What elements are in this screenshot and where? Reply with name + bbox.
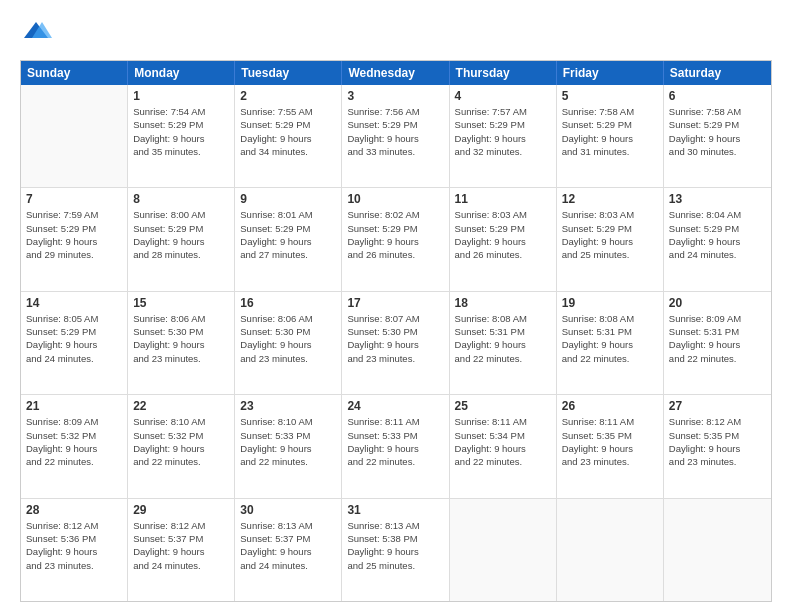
cal-cell: 2Sunrise: 7:55 AM Sunset: 5:29 PM Daylig… xyxy=(235,85,342,187)
day-number: 29 xyxy=(133,503,229,517)
cal-cell xyxy=(557,499,664,601)
cal-cell xyxy=(664,499,771,601)
cal-week-row: 1Sunrise: 7:54 AM Sunset: 5:29 PM Daylig… xyxy=(21,85,771,188)
day-number: 30 xyxy=(240,503,336,517)
day-number: 6 xyxy=(669,89,766,103)
day-info: Sunrise: 8:12 AM Sunset: 5:36 PM Dayligh… xyxy=(26,519,122,572)
day-number: 2 xyxy=(240,89,336,103)
day-number: 26 xyxy=(562,399,658,413)
calendar-body: 1Sunrise: 7:54 AM Sunset: 5:29 PM Daylig… xyxy=(21,85,771,601)
day-number: 24 xyxy=(347,399,443,413)
header xyxy=(20,18,772,50)
cal-header-cell: Wednesday xyxy=(342,61,449,85)
day-number: 12 xyxy=(562,192,658,206)
day-number: 20 xyxy=(669,296,766,310)
day-info: Sunrise: 8:04 AM Sunset: 5:29 PM Dayligh… xyxy=(669,208,766,261)
cal-week-row: 21Sunrise: 8:09 AM Sunset: 5:32 PM Dayli… xyxy=(21,395,771,498)
day-info: Sunrise: 8:06 AM Sunset: 5:30 PM Dayligh… xyxy=(133,312,229,365)
day-number: 7 xyxy=(26,192,122,206)
cal-cell: 28Sunrise: 8:12 AM Sunset: 5:36 PM Dayli… xyxy=(21,499,128,601)
cal-header-cell: Thursday xyxy=(450,61,557,85)
day-number: 13 xyxy=(669,192,766,206)
day-number: 23 xyxy=(240,399,336,413)
day-number: 9 xyxy=(240,192,336,206)
day-number: 5 xyxy=(562,89,658,103)
cal-cell: 15Sunrise: 8:06 AM Sunset: 5:30 PM Dayli… xyxy=(128,292,235,394)
day-number: 19 xyxy=(562,296,658,310)
cal-cell: 7Sunrise: 7:59 AM Sunset: 5:29 PM Daylig… xyxy=(21,188,128,290)
day-info: Sunrise: 8:11 AM Sunset: 5:33 PM Dayligh… xyxy=(347,415,443,468)
cal-cell: 24Sunrise: 8:11 AM Sunset: 5:33 PM Dayli… xyxy=(342,395,449,497)
cal-week-row: 28Sunrise: 8:12 AM Sunset: 5:36 PM Dayli… xyxy=(21,499,771,601)
day-info: Sunrise: 7:55 AM Sunset: 5:29 PM Dayligh… xyxy=(240,105,336,158)
cal-cell: 23Sunrise: 8:10 AM Sunset: 5:33 PM Dayli… xyxy=(235,395,342,497)
cal-cell: 4Sunrise: 7:57 AM Sunset: 5:29 PM Daylig… xyxy=(450,85,557,187)
day-number: 3 xyxy=(347,89,443,103)
cal-cell: 14Sunrise: 8:05 AM Sunset: 5:29 PM Dayli… xyxy=(21,292,128,394)
cal-cell: 6Sunrise: 7:58 AM Sunset: 5:29 PM Daylig… xyxy=(664,85,771,187)
day-info: Sunrise: 8:07 AM Sunset: 5:30 PM Dayligh… xyxy=(347,312,443,365)
cal-header-cell: Saturday xyxy=(664,61,771,85)
day-info: Sunrise: 7:59 AM Sunset: 5:29 PM Dayligh… xyxy=(26,208,122,261)
day-info: Sunrise: 7:57 AM Sunset: 5:29 PM Dayligh… xyxy=(455,105,551,158)
day-info: Sunrise: 8:01 AM Sunset: 5:29 PM Dayligh… xyxy=(240,208,336,261)
cal-cell: 19Sunrise: 8:08 AM Sunset: 5:31 PM Dayli… xyxy=(557,292,664,394)
day-number: 22 xyxy=(133,399,229,413)
day-info: Sunrise: 8:08 AM Sunset: 5:31 PM Dayligh… xyxy=(455,312,551,365)
day-number: 10 xyxy=(347,192,443,206)
day-info: Sunrise: 8:00 AM Sunset: 5:29 PM Dayligh… xyxy=(133,208,229,261)
cal-cell: 10Sunrise: 8:02 AM Sunset: 5:29 PM Dayli… xyxy=(342,188,449,290)
day-info: Sunrise: 8:06 AM Sunset: 5:30 PM Dayligh… xyxy=(240,312,336,365)
day-info: Sunrise: 7:58 AM Sunset: 5:29 PM Dayligh… xyxy=(669,105,766,158)
cal-cell: 11Sunrise: 8:03 AM Sunset: 5:29 PM Dayli… xyxy=(450,188,557,290)
cal-cell: 18Sunrise: 8:08 AM Sunset: 5:31 PM Dayli… xyxy=(450,292,557,394)
day-number: 21 xyxy=(26,399,122,413)
day-number: 16 xyxy=(240,296,336,310)
cal-week-row: 7Sunrise: 7:59 AM Sunset: 5:29 PM Daylig… xyxy=(21,188,771,291)
day-number: 28 xyxy=(26,503,122,517)
cal-cell: 5Sunrise: 7:58 AM Sunset: 5:29 PM Daylig… xyxy=(557,85,664,187)
cal-cell: 20Sunrise: 8:09 AM Sunset: 5:31 PM Dayli… xyxy=(664,292,771,394)
cal-cell: 17Sunrise: 8:07 AM Sunset: 5:30 PM Dayli… xyxy=(342,292,449,394)
cal-cell: 26Sunrise: 8:11 AM Sunset: 5:35 PM Dayli… xyxy=(557,395,664,497)
day-number: 14 xyxy=(26,296,122,310)
cal-cell: 29Sunrise: 8:12 AM Sunset: 5:37 PM Dayli… xyxy=(128,499,235,601)
day-number: 27 xyxy=(669,399,766,413)
cal-cell: 25Sunrise: 8:11 AM Sunset: 5:34 PM Dayli… xyxy=(450,395,557,497)
cal-header-cell: Sunday xyxy=(21,61,128,85)
day-info: Sunrise: 8:10 AM Sunset: 5:32 PM Dayligh… xyxy=(133,415,229,468)
day-info: Sunrise: 7:54 AM Sunset: 5:29 PM Dayligh… xyxy=(133,105,229,158)
cal-cell: 21Sunrise: 8:09 AM Sunset: 5:32 PM Dayli… xyxy=(21,395,128,497)
day-info: Sunrise: 8:08 AM Sunset: 5:31 PM Dayligh… xyxy=(562,312,658,365)
day-info: Sunrise: 8:05 AM Sunset: 5:29 PM Dayligh… xyxy=(26,312,122,365)
day-info: Sunrise: 8:13 AM Sunset: 5:38 PM Dayligh… xyxy=(347,519,443,572)
cal-cell xyxy=(21,85,128,187)
day-info: Sunrise: 8:12 AM Sunset: 5:37 PM Dayligh… xyxy=(133,519,229,572)
day-info: Sunrise: 8:13 AM Sunset: 5:37 PM Dayligh… xyxy=(240,519,336,572)
cal-week-row: 14Sunrise: 8:05 AM Sunset: 5:29 PM Dayli… xyxy=(21,292,771,395)
cal-header-cell: Monday xyxy=(128,61,235,85)
day-number: 1 xyxy=(133,89,229,103)
cal-cell: 22Sunrise: 8:10 AM Sunset: 5:32 PM Dayli… xyxy=(128,395,235,497)
cal-cell: 3Sunrise: 7:56 AM Sunset: 5:29 PM Daylig… xyxy=(342,85,449,187)
day-number: 17 xyxy=(347,296,443,310)
day-info: Sunrise: 8:03 AM Sunset: 5:29 PM Dayligh… xyxy=(562,208,658,261)
cal-cell: 8Sunrise: 8:00 AM Sunset: 5:29 PM Daylig… xyxy=(128,188,235,290)
day-number: 18 xyxy=(455,296,551,310)
calendar-header: SundayMondayTuesdayWednesdayThursdayFrid… xyxy=(21,61,771,85)
day-info: Sunrise: 8:12 AM Sunset: 5:35 PM Dayligh… xyxy=(669,415,766,468)
day-number: 11 xyxy=(455,192,551,206)
calendar: SundayMondayTuesdayWednesdayThursdayFrid… xyxy=(20,60,772,602)
page: SundayMondayTuesdayWednesdayThursdayFrid… xyxy=(0,0,792,612)
cal-header-cell: Tuesday xyxy=(235,61,342,85)
day-info: Sunrise: 8:09 AM Sunset: 5:32 PM Dayligh… xyxy=(26,415,122,468)
cal-cell: 16Sunrise: 8:06 AM Sunset: 5:30 PM Dayli… xyxy=(235,292,342,394)
day-info: Sunrise: 8:11 AM Sunset: 5:34 PM Dayligh… xyxy=(455,415,551,468)
cal-cell: 13Sunrise: 8:04 AM Sunset: 5:29 PM Dayli… xyxy=(664,188,771,290)
day-info: Sunrise: 8:03 AM Sunset: 5:29 PM Dayligh… xyxy=(455,208,551,261)
day-number: 15 xyxy=(133,296,229,310)
day-number: 31 xyxy=(347,503,443,517)
day-info: Sunrise: 8:02 AM Sunset: 5:29 PM Dayligh… xyxy=(347,208,443,261)
cal-cell: 9Sunrise: 8:01 AM Sunset: 5:29 PM Daylig… xyxy=(235,188,342,290)
day-info: Sunrise: 7:56 AM Sunset: 5:29 PM Dayligh… xyxy=(347,105,443,158)
